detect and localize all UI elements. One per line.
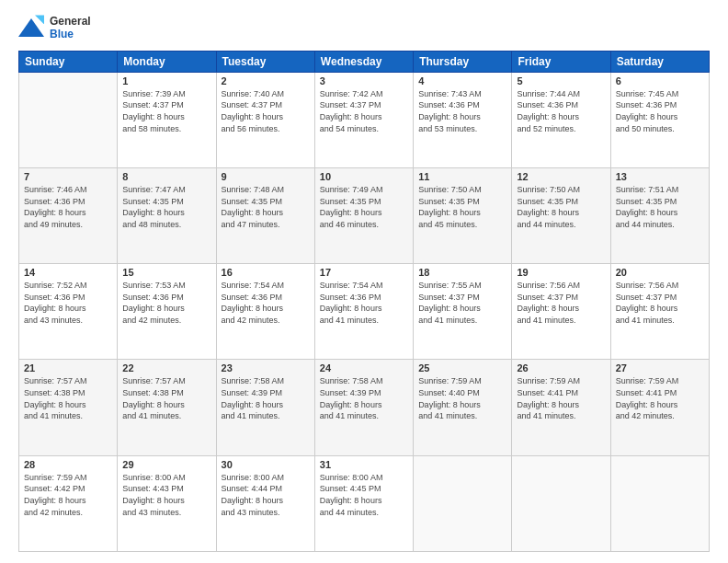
calendar-cell: 13Sunrise: 7:51 AM Sunset: 4:35 PM Dayli… [610,168,709,264]
logo-blue: Blue [50,28,91,40]
day-info: Sunrise: 7:46 AM Sunset: 4:36 PM Dayligh… [24,184,112,230]
day-info: Sunrise: 7:59 AM Sunset: 4:40 PM Dayligh… [418,375,506,421]
day-number: 2 [222,75,310,86]
day-number: 11 [418,171,506,182]
day-info: Sunrise: 7:39 AM Sunset: 4:37 PM Dayligh… [122,88,210,134]
day-number: 24 [320,362,408,373]
day-number: 26 [517,362,605,373]
day-number: 27 [616,362,704,373]
day-info: Sunrise: 7:48 AM Sunset: 4:35 PM Dayligh… [222,184,310,230]
day-number: 16 [222,267,310,278]
day-info: Sunrise: 7:54 AM Sunset: 4:36 PM Dayligh… [222,280,310,326]
calendar-cell: 14Sunrise: 7:52 AM Sunset: 4:36 PM Dayli… [19,264,118,360]
day-number: 20 [616,267,704,278]
calendar-cell: 12Sunrise: 7:50 AM Sunset: 4:35 PM Dayli… [512,168,610,264]
calendar-cell [414,455,512,551]
day-number: 9 [222,171,310,182]
calendar-cell: 24Sunrise: 7:58 AM Sunset: 4:39 PM Dayli… [314,360,413,455]
day-number: 17 [320,267,408,278]
day-number: 23 [222,362,310,373]
day-number: 14 [24,267,112,278]
day-number: 29 [122,459,210,470]
day-header-thursday: Thursday [414,51,512,72]
day-number: 7 [24,171,112,182]
calendar-cell: 4Sunrise: 7:43 AM Sunset: 4:36 PM Daylig… [414,72,512,167]
day-number: 3 [320,75,408,86]
day-number: 18 [418,267,506,278]
day-info: Sunrise: 7:40 AM Sunset: 4:37 PM Dayligh… [222,88,310,134]
day-header-monday: Monday [118,51,216,72]
day-info: Sunrise: 7:57 AM Sunset: 4:38 PM Dayligh… [122,375,210,421]
day-info: Sunrise: 7:51 AM Sunset: 4:35 PM Dayligh… [616,184,704,230]
day-info: Sunrise: 8:00 AM Sunset: 4:45 PM Dayligh… [320,472,408,518]
day-header-tuesday: Tuesday [216,51,314,72]
day-number: 25 [418,362,506,373]
day-info: Sunrise: 7:42 AM Sunset: 4:37 PM Dayligh… [320,88,408,134]
day-number: 21 [24,362,112,373]
day-number: 13 [616,171,704,182]
calendar-cell: 5Sunrise: 7:44 AM Sunset: 4:36 PM Daylig… [512,72,610,167]
day-number: 22 [122,362,210,373]
day-number: 30 [222,459,310,470]
day-info: Sunrise: 7:50 AM Sunset: 4:35 PM Dayligh… [517,184,605,230]
day-info: Sunrise: 7:47 AM Sunset: 4:35 PM Dayligh… [122,184,210,230]
calendar-cell [610,455,709,551]
calendar-cell: 22Sunrise: 7:57 AM Sunset: 4:38 PM Dayli… [118,360,216,455]
calendar-cell: 31Sunrise: 8:00 AM Sunset: 4:45 PM Dayli… [314,455,413,551]
day-info: Sunrise: 7:44 AM Sunset: 4:36 PM Dayligh… [517,88,605,134]
calendar-cell: 23Sunrise: 7:58 AM Sunset: 4:39 PM Dayli… [216,360,314,455]
day-info: Sunrise: 8:00 AM Sunset: 4:43 PM Dayligh… [122,472,210,518]
day-info: Sunrise: 8:00 AM Sunset: 4:44 PM Dayligh… [222,472,310,518]
day-info: Sunrise: 7:59 AM Sunset: 4:41 PM Dayligh… [517,375,605,421]
day-number: 8 [122,171,210,182]
day-number: 1 [122,75,210,86]
day-info: Sunrise: 7:45 AM Sunset: 4:36 PM Dayligh… [616,88,704,134]
day-number: 28 [24,459,112,470]
day-info: Sunrise: 7:53 AM Sunset: 4:36 PM Dayligh… [122,280,210,326]
day-header-sunday: Sunday [19,51,118,72]
calendar-cell: 7Sunrise: 7:46 AM Sunset: 4:36 PM Daylig… [19,168,118,264]
day-number: 5 [517,75,605,86]
calendar-cell: 8Sunrise: 7:47 AM Sunset: 4:35 PM Daylig… [118,168,216,264]
day-info: Sunrise: 7:56 AM Sunset: 4:37 PM Dayligh… [517,280,605,326]
day-number: 15 [122,267,210,278]
calendar-cell: 15Sunrise: 7:53 AM Sunset: 4:36 PM Dayli… [118,264,216,360]
calendar-header-row: SundayMondayTuesdayWednesdayThursdayFrid… [19,51,710,72]
calendar-week-row: 14Sunrise: 7:52 AM Sunset: 4:36 PM Dayli… [19,264,710,360]
day-number: 10 [320,171,408,182]
logo-general: General [50,15,91,28]
day-info: Sunrise: 7:43 AM Sunset: 4:36 PM Dayligh… [418,88,506,134]
calendar-cell: 19Sunrise: 7:56 AM Sunset: 4:37 PM Dayli… [512,264,610,360]
calendar-cell: 30Sunrise: 8:00 AM Sunset: 4:44 PM Dayli… [216,455,314,551]
calendar-cell: 29Sunrise: 8:00 AM Sunset: 4:43 PM Dayli… [118,455,216,551]
calendar-cell: 9Sunrise: 7:48 AM Sunset: 4:35 PM Daylig… [216,168,314,264]
day-info: Sunrise: 7:59 AM Sunset: 4:42 PM Dayligh… [24,472,112,518]
calendar-week-row: 1Sunrise: 7:39 AM Sunset: 4:37 PM Daylig… [19,72,710,167]
day-number: 31 [320,459,408,470]
calendar-week-row: 28Sunrise: 7:59 AM Sunset: 4:42 PM Dayli… [19,455,710,551]
day-number: 12 [517,171,605,182]
calendar-cell: 16Sunrise: 7:54 AM Sunset: 4:36 PM Dayli… [216,264,314,360]
calendar-cell: 28Sunrise: 7:59 AM Sunset: 4:42 PM Dayli… [19,455,118,551]
day-info: Sunrise: 7:58 AM Sunset: 4:39 PM Dayligh… [320,375,408,421]
calendar-cell: 18Sunrise: 7:55 AM Sunset: 4:37 PM Dayli… [414,264,512,360]
day-info: Sunrise: 7:57 AM Sunset: 4:38 PM Dayligh… [24,375,112,421]
calendar-cell: 25Sunrise: 7:59 AM Sunset: 4:40 PM Dayli… [414,360,512,455]
day-header-saturday: Saturday [610,51,709,72]
calendar-cell: 6Sunrise: 7:45 AM Sunset: 4:36 PM Daylig… [610,72,709,167]
calendar-cell: 2Sunrise: 7:40 AM Sunset: 4:37 PM Daylig… [216,72,314,167]
day-info: Sunrise: 7:58 AM Sunset: 4:39 PM Dayligh… [222,375,310,421]
day-info: Sunrise: 7:55 AM Sunset: 4:37 PM Dayligh… [418,280,506,326]
day-number: 19 [517,267,605,278]
calendar-cell: 10Sunrise: 7:49 AM Sunset: 4:35 PM Dayli… [314,168,413,264]
logo: General Blue [18,15,91,41]
calendar-cell: 11Sunrise: 7:50 AM Sunset: 4:35 PM Dayli… [414,168,512,264]
day-number: 4 [418,75,506,86]
calendar-cell: 1Sunrise: 7:39 AM Sunset: 4:37 PM Daylig… [118,72,216,167]
day-number: 6 [616,75,704,86]
day-info: Sunrise: 7:50 AM Sunset: 4:35 PM Dayligh… [418,184,506,230]
day-header-friday: Friday [512,51,610,72]
page: General Blue SundayMondayTuesdayWednesda… [0,0,728,563]
calendar-cell: 20Sunrise: 7:56 AM Sunset: 4:37 PM Dayli… [610,264,709,360]
day-info: Sunrise: 7:54 AM Sunset: 4:36 PM Dayligh… [320,280,408,326]
